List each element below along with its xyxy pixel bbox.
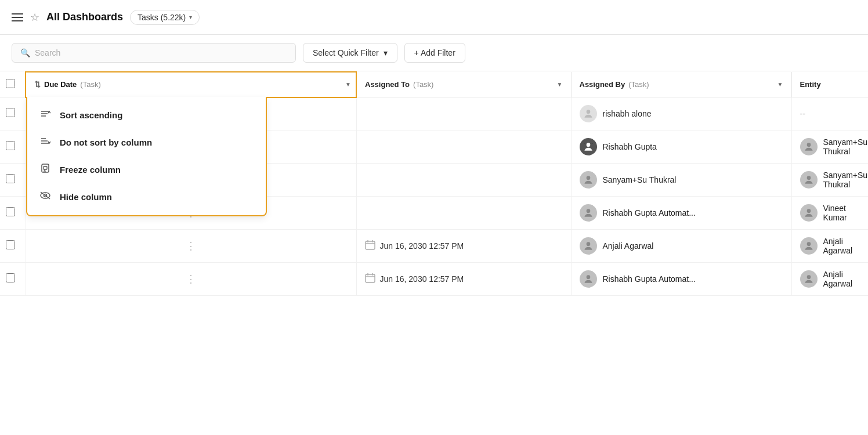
assigned-by-empty: -- [800,109,805,118]
svg-rect-26 [366,274,375,282]
no-sort-label: Do not sort by column [60,137,152,147]
row-checkbox[interactable] [6,207,15,216]
freeze-column-label: Freeze column [60,165,121,175]
due-date-cell: Jun 16, 2030 12:57 PM [356,229,571,262]
assigned-to-cell: Rishabh Gupta Automat... [571,262,791,295]
due-date-cell [356,97,571,130]
assigned-to-name: Rishabh Gupta Automat... [603,208,696,217]
assigned-by-name: Anjali Agarwal [823,270,865,288]
assigned-by-cell: Vineet Kumar [791,196,868,229]
entity-column-header[interactable]: Entity [791,72,868,97]
search-box[interactable]: 🔍 Search [12,43,296,63]
column-dropdown-menu: Sort ascending Do no [26,97,267,216]
hide-column-label: Hide column [60,192,112,202]
tasks-badge-button[interactable]: Tasks (5.22k) ▾ [130,10,200,25]
assigned-to-label: Assigned To [365,80,410,89]
row-checkbox[interactable] [6,240,15,249]
row-checkbox[interactable] [6,141,15,150]
filter-bar: 🔍 Search Select Quick Filter ▾ + Add Fil… [0,35,868,71]
search-placeholder: Search [35,48,60,57]
row-checkbox-cell [0,262,26,295]
favorite-icon[interactable]: ☆ [30,11,39,24]
assigned-to-name: Rishabh Gupta Automat... [603,274,696,284]
select-all-checkbox-header[interactable] [0,72,26,97]
assigned-by-chevron-icon[interactable]: ▼ [777,81,783,88]
assigned-to-column-header[interactable]: Assigned To (Task) ▼ [356,72,571,97]
sort-ascending-item[interactable]: Sort ascending [27,102,266,129]
assigned-to-name: Anjali Agarwal [603,241,654,251]
assigned-by-cell: Anjali Agarwal [791,229,868,262]
avatar [580,171,597,188]
assigned-by-name: Sanyam+Su Thukral [823,137,868,156]
avatar [580,138,597,155]
row-checkbox-cell [0,196,26,229]
main-table: ⇅ Due Date (Task) ▼ [0,71,868,296]
sort-ascending-label: Sort ascending [60,110,122,120]
row-checkbox[interactable] [6,108,15,117]
table-row: ⋮Jun 16, 2030 12:57 PMRishabh Gupta Auto… [0,262,868,295]
assigned-to-cell: Rishabh Gupta [571,130,791,163]
svg-point-13 [586,110,590,114]
row-menu-dots[interactable]: ⋮ [26,229,356,262]
search-icon: 🔍 [20,48,30,57]
svg-point-14 [586,143,590,147]
quick-filter-label: Select Quick Filter [313,48,379,57]
select-all-checkbox[interactable] [6,79,15,88]
assigned-by-cell: -- [791,97,868,130]
add-filter-button[interactable]: + Add Filter [404,43,465,63]
hide-column-item[interactable]: Hide column [27,183,266,211]
no-sort-item[interactable]: Do not sort by column [27,129,266,156]
due-date-chevron-icon[interactable]: ▼ [345,81,351,88]
due-date-column-header[interactable]: ⇅ Due Date (Task) ▼ [26,72,356,97]
assigned-by-cell: Sanyam+Su Thukral [791,163,868,196]
no-sort-icon [39,136,52,149]
assigned-to-cell: Rishabh Gupta Automat... [571,196,791,229]
svg-point-19 [806,209,811,213]
svg-point-30 [586,275,590,279]
due-date-value: Jun 16, 2030 12:57 PM [380,241,464,251]
avatar [800,171,818,188]
avatar [800,237,818,255]
avatar [580,270,597,288]
due-date-value: Jun 16, 2030 12:57 PM [380,274,464,284]
freeze-icon [39,163,52,176]
svg-rect-7 [44,166,47,169]
sort-ascending-icon [39,108,52,122]
hamburger-icon[interactable] [12,13,23,21]
assigned-by-cell: Anjali Agarwal [791,262,868,295]
assigned-to-sub-label: (Task) [413,80,433,89]
table-row: ⋮Jun 16, 2030 12:57 PMAnjali AgarwalAnja… [0,229,868,262]
row-menu-dots[interactable]: ⋮ [26,262,356,295]
svg-point-16 [586,176,590,180]
row-checkbox-cell [0,163,26,196]
avatar [580,105,597,122]
due-date-sub-label: (Task) [80,80,100,89]
due-date-label: Due Date [44,80,77,89]
due-date-cell [356,196,571,229]
svg-point-17 [806,176,811,180]
svg-point-24 [586,242,590,246]
hide-icon [39,190,52,204]
freeze-column-item[interactable]: Freeze column [27,156,266,183]
table-wrapper: ⇅ Due Date (Task) ▼ [0,71,868,296]
row-checkbox-cell [0,130,26,163]
assigned-to-name: Sanyam+Su Thukral [603,175,677,184]
quick-filter-button[interactable]: Select Quick Filter ▾ [303,43,397,63]
assigned-to-name: rishabh alone [603,109,652,118]
svg-point-31 [806,275,811,279]
assigned-by-name: Anjali Agarwal [823,237,865,255]
quick-filter-chevron-icon: ▾ [384,48,388,57]
assigned-by-column-header[interactable]: Assigned By (Task) ▼ [571,72,791,97]
tasks-chevron-icon: ▾ [189,14,192,20]
table-header-row: ⇅ Due Date (Task) ▼ [0,72,868,97]
row-checkbox-cell [0,229,26,262]
add-filter-label: + Add Filter [414,48,455,57]
entity-label: Entity [800,80,821,89]
assigned-to-chevron-icon[interactable]: ▼ [557,81,563,88]
calendar-icon [365,273,375,285]
assigned-by-name: Sanyam+Su Thukral [823,171,868,189]
avatar [580,204,597,222]
assigned-by-label: Assigned By [580,80,625,89]
row-checkbox[interactable] [6,174,15,183]
row-checkbox[interactable] [6,273,15,282]
